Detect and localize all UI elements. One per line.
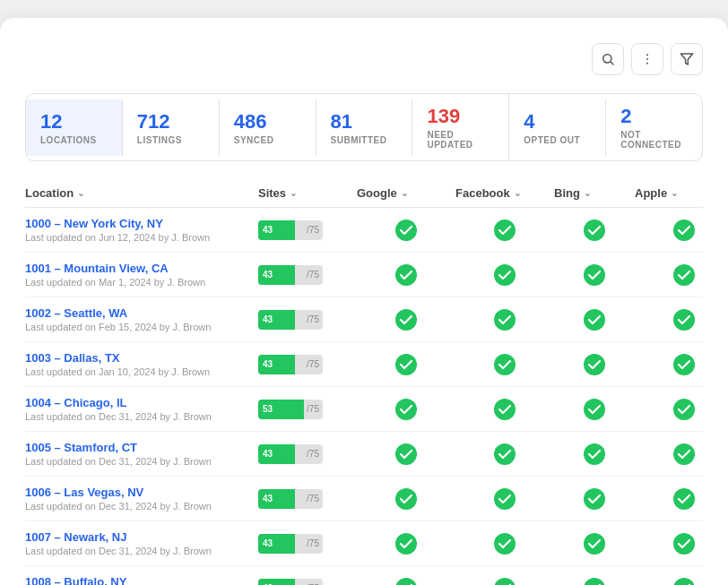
stat-item-listings[interactable]: 712 LISTINGS [123, 99, 220, 156]
bing-cell [554, 398, 635, 421]
location-name[interactable]: 1007 – Newark, NJ [25, 530, 258, 544]
bar-value: 43 [263, 538, 273, 548]
bar-total: /75 [307, 225, 319, 235]
stat-label: NOT CONNECTED [620, 130, 688, 150]
location-name[interactable]: 1001 – Mountain View, CA [25, 262, 258, 275]
facebook-cell [455, 577, 554, 585]
search-button[interactable] [592, 43, 624, 75]
sites-cell: 43 /75 [258, 534, 357, 554]
location-cell: 1003 – Dallas, TX Last updated on Jan 10… [25, 351, 258, 377]
location-name[interactable]: 1006 – Las Vegas, NV [25, 486, 258, 499]
col-header-location[interactable]: Location⌄ [25, 186, 258, 200]
facebook-check-icon [493, 398, 516, 421]
col-header-google[interactable]: Google⌄ [357, 186, 455, 200]
table-header: Location⌄Sites⌄Google⌄Facebook⌄Bing⌄Appl… [25, 179, 703, 208]
bar-total: /75 [307, 314, 319, 324]
bar-value: 43 [263, 225, 273, 235]
svg-point-9 [673, 219, 695, 241]
col-label: Facebook [455, 186, 510, 200]
svg-point-8 [584, 219, 605, 241]
apple-cell [635, 532, 728, 555]
location-sub: Last updated on Dec 31, 2024 by J. Brown [25, 411, 258, 422]
bar-fill: 43 [258, 534, 295, 554]
col-label: Bing [554, 186, 580, 200]
bing-cell [554, 532, 635, 555]
facebook-check-icon [493, 577, 516, 585]
col-header-bing[interactable]: Bing⌄ [554, 186, 635, 200]
google-check-icon [394, 398, 418, 421]
apple-check-icon [672, 219, 696, 242]
svg-point-16 [673, 264, 695, 286]
svg-point-14 [494, 264, 516, 286]
chevron-icon: ⌄ [77, 188, 84, 198]
stat-item-opted-out[interactable]: 4 OPTED OUT [509, 99, 606, 156]
location-name[interactable]: 1002 – Seattle, WA [25, 306, 258, 320]
col-header-sites[interactable]: Sites⌄ [258, 186, 357, 200]
google-cell [357, 353, 455, 376]
svg-marker-5 [680, 54, 692, 65]
sites-cell: 43 /75 [258, 220, 357, 240]
svg-point-7 [494, 219, 516, 241]
facebook-cell [455, 487, 554, 511]
location-name[interactable]: 1004 – Chicago, IL [25, 396, 258, 409]
bing-check-icon [583, 443, 606, 466]
sites-cell: 43 /75 [258, 489, 357, 509]
col-label: Google [357, 186, 397, 200]
stat-item-locations[interactable]: 12 LOCATIONS [26, 99, 123, 156]
sites-cell: 43 /75 [258, 444, 357, 464]
stat-value: 712 [137, 110, 204, 133]
sites-bar: 43 /75 [258, 355, 323, 374]
col-label: Apple [635, 186, 667, 200]
stat-value: 139 [427, 105, 494, 128]
google-cell [357, 398, 455, 421]
sites-bar: 43 /75 [258, 579, 323, 585]
header-actions [592, 43, 703, 75]
filter-button[interactable] [671, 43, 703, 75]
stat-item-synced[interactable]: 486 SYNCED [220, 99, 316, 156]
stat-value: 486 [234, 110, 301, 133]
bar-value: 43 [263, 314, 273, 324]
facebook-cell [455, 308, 554, 331]
stat-item-submitted[interactable]: 81 SUBMITTED [316, 99, 413, 156]
page-header [25, 43, 703, 75]
google-cell [357, 532, 455, 555]
stat-label: SUBMITTED [331, 135, 398, 145]
location-name[interactable]: 1005 – Stamford, CT [25, 441, 258, 454]
stat-item-need-updated[interactable]: 139 NEED UPDATED [412, 94, 509, 160]
location-name[interactable]: 1008 – Buffalo, NY [25, 575, 258, 585]
svg-point-44 [673, 443, 695, 465]
google-cell [357, 263, 455, 287]
sites-bar: 43 /75 [258, 220, 323, 240]
svg-point-62 [395, 578, 417, 585]
svg-point-15 [584, 264, 605, 286]
svg-point-58 [673, 533, 695, 555]
facebook-check-icon [493, 532, 516, 555]
location-cell: 1008 – Buffalo, NY Last updated on Dec 3… [25, 575, 258, 585]
location-name[interactable]: 1003 – Dallas, TX [25, 351, 258, 365]
bar-total: /75 [307, 270, 319, 280]
filter-icon [680, 52, 694, 66]
table-row: 1001 – Mountain View, CA Last updated on… [25, 253, 703, 297]
location-sub: Last updated on Dec 31, 2024 by J. Brown [25, 456, 258, 467]
location-sub: Last updated on Feb 15, 2024 by J. Brown [25, 322, 258, 332]
col-header-facebook[interactable]: Facebook⌄ [455, 186, 554, 200]
location-name[interactable]: 1000 – New York City, NY [25, 217, 258, 230]
sites-bar: 53 /75 [258, 400, 323, 419]
sites-cell: 43 /75 [258, 355, 357, 374]
svg-point-35 [494, 399, 516, 420]
col-label: Sites [258, 186, 286, 200]
svg-point-41 [395, 443, 417, 465]
stat-label: LOCATIONS [40, 135, 108, 145]
more-icon [640, 52, 654, 66]
chevron-icon: ⌄ [514, 188, 521, 198]
sites-bar: 43 /75 [258, 489, 323, 509]
apple-check-icon [672, 263, 696, 287]
facebook-check-icon [493, 219, 516, 242]
more-button[interactable] [631, 43, 663, 75]
stat-item-not-connected[interactable]: 2 NOT CONNECTED [606, 94, 702, 160]
col-header-apple[interactable]: Apple⌄ [635, 186, 728, 200]
stat-label: NEED UPDATED [427, 130, 494, 150]
bar-value: 43 [263, 359, 273, 369]
sites-bar: 43 /75 [258, 310, 323, 330]
google-check-icon [394, 263, 418, 287]
